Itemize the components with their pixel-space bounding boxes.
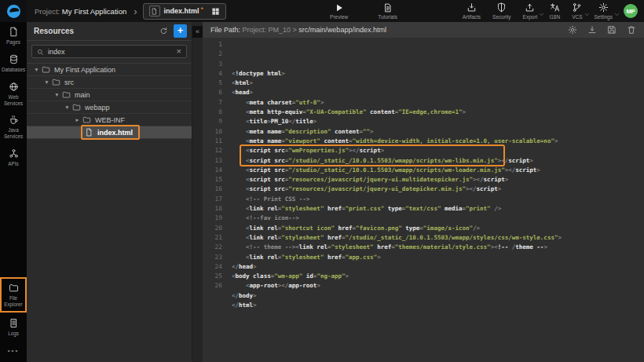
download-file-icon[interactable] bbox=[587, 25, 597, 35]
sidebar-item-java-services[interactable]: Java Services bbox=[0, 110, 27, 144]
line-number: 13 bbox=[203, 156, 222, 166]
code-line-19[interactable]: <!-- theme --><link rel="stylesheet" hre… bbox=[232, 243, 644, 252]
code-pane[interactable]: <!doctype html><html><head> <meta charse… bbox=[229, 38, 644, 362]
menu-i18n-button[interactable]: I18N bbox=[549, 2, 560, 20]
tree-caret-icon[interactable]: ▾ bbox=[33, 66, 40, 73]
chevron-right-icon: › bbox=[134, 5, 137, 17]
tutorials-button[interactable]: Tutorials bbox=[378, 3, 397, 20]
sidebar-item-pages[interactable]: Pages bbox=[0, 22, 27, 49]
app-logo[interactable] bbox=[0, 0, 27, 22]
code-line-25[interactable]: </html> bbox=[232, 301, 644, 310]
code-line-10[interactable]: <script src="/studio/_static_/10.0.1.550… bbox=[232, 156, 644, 166]
clear-search-icon[interactable]: × bbox=[177, 47, 181, 56]
line-number: 23 bbox=[203, 253, 222, 262]
settings-gear-icon[interactable] bbox=[568, 25, 577, 35]
logs-icon bbox=[9, 318, 19, 328]
delete-file-icon[interactable] bbox=[627, 25, 636, 35]
code-line-22[interactable]: <body class="wm-app" id="ng-app"> bbox=[232, 272, 644, 281]
tree-item-webapp[interactable]: ▾webapp bbox=[27, 101, 192, 114]
code-line-15[interactable]: <link rel="stylesheet" href="print.css" … bbox=[232, 204, 644, 214]
editor-toolbar bbox=[568, 25, 636, 35]
code-line-8[interactable]: <meta name="viewport" content="width=dev… bbox=[232, 137, 644, 146]
menu-security-button[interactable]: Security bbox=[492, 2, 510, 20]
sidebar: PagesDatabasesWeb ServicesJava ServicesA… bbox=[0, 22, 27, 362]
menu-settings-button[interactable]: Settings bbox=[595, 2, 613, 20]
tree-item-my-first-application[interactable]: ▾My First Application bbox=[27, 64, 192, 76]
code-line-9[interactable]: <script src="wmProperties.js"></script> bbox=[232, 146, 644, 155]
code-line-4[interactable]: <meta charset="utf-8"> bbox=[232, 98, 644, 108]
sidebar-item-web-services[interactable]: Web Services bbox=[0, 77, 27, 111]
line-number: 8 bbox=[203, 108, 222, 117]
tree-caret-icon[interactable]: ▾ bbox=[53, 91, 60, 98]
avatar[interactable]: MP bbox=[624, 4, 638, 18]
code-line-21[interactable]: </head> bbox=[232, 262, 644, 272]
tree-caret-icon[interactable]: ▾ bbox=[43, 79, 50, 86]
line-number: 19 bbox=[203, 214, 222, 223]
search-input[interactable] bbox=[48, 48, 173, 56]
file-icon bbox=[149, 5, 160, 16]
line-number: 3 bbox=[203, 60, 222, 69]
code-line-1[interactable]: <!doctype html> bbox=[232, 69, 644, 79]
folder-icon bbox=[62, 90, 71, 99]
code-area[interactable]: 1234567891011121314151617181920212223242… bbox=[203, 38, 644, 362]
more-options-icon[interactable]: ••• bbox=[0, 341, 27, 362]
code-line-17[interactable]: <link rel="shortcut icon" href="favicon.… bbox=[232, 224, 644, 233]
editor-header: File Path: Project: PM_10 > src/main/web… bbox=[203, 22, 644, 38]
sidebar-item-logs[interactable]: Logs bbox=[0, 313, 27, 341]
code-line-20[interactable]: <link rel="stylesheet" href="app.css"> bbox=[232, 253, 644, 262]
tree-caret-icon[interactable]: ▸ bbox=[74, 116, 81, 123]
vcs-icon bbox=[572, 2, 582, 13]
code-line-18[interactable]: <link rel="stylesheet" href="/studio/_st… bbox=[232, 233, 644, 243]
folder-icon bbox=[52, 78, 60, 86]
code-line-26[interactable] bbox=[232, 310, 644, 320]
tree-item-index-html[interactable]: index.html bbox=[27, 126, 192, 139]
code-line-23[interactable]: <app-root></app-root> bbox=[232, 281, 644, 291]
folder-icon bbox=[72, 103, 81, 112]
grid-icon[interactable] bbox=[211, 7, 220, 16]
highlight-ring: index.html bbox=[81, 125, 140, 140]
resources-title: Resources bbox=[34, 27, 74, 35]
tab-index-html[interactable]: index.html * bbox=[143, 3, 227, 20]
project-label: Project: bbox=[35, 7, 60, 16]
project-breadcrumb: Project: My First Application bbox=[35, 7, 126, 16]
line-number: 24 bbox=[203, 262, 222, 272]
code-line-13[interactable]: <script src="resources/javascript/jquery… bbox=[232, 185, 644, 194]
tree-item-src[interactable]: ▾src bbox=[27, 76, 192, 89]
sidebar-item-apis[interactable]: APIs bbox=[0, 144, 27, 171]
export-icon bbox=[525, 2, 535, 13]
sidebar-item-databases[interactable]: Databases bbox=[0, 49, 27, 77]
code-line-3[interactable]: <head> bbox=[232, 88, 644, 97]
menu-vcs-button[interactable]: VCS bbox=[572, 2, 582, 20]
folder-icon bbox=[42, 65, 50, 74]
resources-header: Resources + bbox=[27, 22, 192, 41]
save-file-icon[interactable] bbox=[607, 25, 617, 35]
add-resource-button[interactable]: + bbox=[174, 24, 187, 38]
menu-artifacts-button[interactable]: Artifacts bbox=[463, 2, 481, 20]
collapse-panel-button[interactable]: « bbox=[192, 26, 203, 38]
line-number-gutter: 1234567891011121314151617181920212223242… bbox=[203, 38, 229, 362]
code-line-2[interactable]: <html> bbox=[232, 79, 644, 88]
code-line-16[interactable]: <!--fav icon--> bbox=[232, 214, 644, 223]
code-line-12[interactable]: <script src="resources/javascript/jquery… bbox=[232, 175, 644, 185]
caret-down-icon bbox=[614, 6, 620, 20]
code-editor: File Path: Project: PM_10 > src/main/web… bbox=[203, 22, 644, 362]
code-line-6[interactable]: <title>PM_10</title> bbox=[232, 117, 644, 126]
topbar: Project: My First Application › index.ht… bbox=[0, 0, 644, 22]
menu-export-button[interactable]: Export bbox=[523, 2, 538, 20]
line-number: 11 bbox=[203, 137, 222, 146]
code-line-7[interactable]: <meta name="description" content=""> bbox=[232, 127, 644, 137]
code-line-11[interactable]: <script src="/studio/_static_/10.0.1.550… bbox=[232, 166, 644, 175]
line-number: 5 bbox=[203, 79, 222, 88]
line-number: 12 bbox=[203, 146, 222, 155]
code-line-24[interactable]: </body> bbox=[232, 291, 644, 301]
refresh-icon[interactable] bbox=[159, 27, 168, 35]
resources-panel: Resources + × ▾My First Application▾src▾… bbox=[27, 22, 192, 362]
code-line-14[interactable]: <!-- Print CSS --> bbox=[232, 195, 644, 204]
line-number: 20 bbox=[203, 224, 222, 233]
tree-caret-icon[interactable]: ▾ bbox=[64, 104, 71, 111]
code-line-5[interactable]: <meta http-equiv="X-UA-Compatible" conte… bbox=[232, 108, 644, 117]
sidebar-item-file-explorer[interactable]: File Explorer bbox=[1, 278, 26, 312]
ide-window: Project: My First Application › index.ht… bbox=[0, 0, 644, 362]
preview-button[interactable]: Preview bbox=[330, 3, 348, 20]
tree-item-main[interactable]: ▾main bbox=[27, 89, 192, 101]
